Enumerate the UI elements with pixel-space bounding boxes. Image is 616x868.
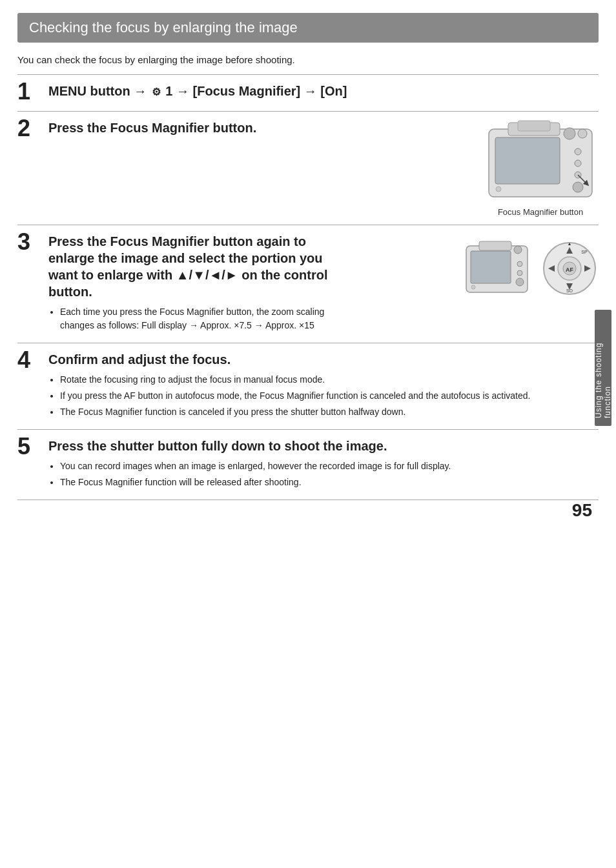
step-2: 2 Press the Focus Magnifier button. xyxy=(17,119,599,217)
step-4: 4 Confirm and adjust the focus. Rotate t… xyxy=(17,351,599,421)
step-3-content: Press the Focus Magnifier button again t… xyxy=(48,233,599,335)
divider-5 xyxy=(17,500,599,500)
step-5: 5 Press the shutter button fully down to… xyxy=(17,438,599,492)
step-1-title: MENU button → ⚙ 1 → [Focus Magnifier] → … xyxy=(48,83,599,99)
svg-point-16 xyxy=(517,261,522,267)
step-3: 3 Press the Focus Magnifier button again… xyxy=(17,233,599,335)
svg-point-4 xyxy=(564,128,575,139)
svg-point-10 xyxy=(496,187,501,192)
svg-text:▲: ▲ xyxy=(568,241,572,246)
step-2-text: Press the Focus Magnifier button. xyxy=(48,119,469,136)
divider-0 xyxy=(17,74,599,75)
svg-rect-13 xyxy=(479,241,511,250)
svg-point-6 xyxy=(575,148,581,155)
step-4-number: 4 xyxy=(17,348,43,372)
step-4-title: Confirm and adjust the focus. xyxy=(48,351,599,368)
step-1-number: 1 xyxy=(17,80,43,103)
divider-4 xyxy=(17,429,599,430)
step-5-bullet-1: You can record images when an image is e… xyxy=(60,459,599,473)
camera-back-small-svg xyxy=(463,239,534,298)
page-title-box: Checking the focus by enlarging the imag… xyxy=(17,13,599,43)
step-4-bullet-1: Rotate the focusing ring to adjust the f… xyxy=(60,373,599,387)
step-5-title: Press the shutter button fully down to s… xyxy=(48,438,599,454)
svg-point-19 xyxy=(471,285,475,289)
step-4-bullet-3: The Focus Magnifier function is canceled… xyxy=(60,405,599,419)
svg-point-15 xyxy=(514,246,522,254)
page-container: Using the shooting function Checking the… xyxy=(11,0,605,534)
divider-1 xyxy=(17,111,599,112)
svg-rect-3 xyxy=(495,137,560,184)
step-2-row: Press the Focus Magnifier button. xyxy=(48,119,599,217)
step-3-number: 3 xyxy=(17,230,43,254)
step-5-content: Press the shutter button fully down to s… xyxy=(48,438,599,492)
side-tab: Using the shooting function xyxy=(595,310,611,426)
svg-text:SP: SP xyxy=(581,250,588,254)
step-1: 1 MENU button → ⚙ 1 → [Focus Magnifier] … xyxy=(17,83,599,103)
step-3-text: Press the Focus Magnifier button again t… xyxy=(48,233,351,335)
step-3-row: Press the Focus Magnifier button again t… xyxy=(48,233,599,335)
svg-text:AF: AF xyxy=(566,267,573,273)
step-2-title: Press the Focus Magnifier button. xyxy=(48,119,469,136)
divider-2 xyxy=(17,225,599,225)
gear-icon: ⚙ xyxy=(152,86,161,97)
page-number: 95 xyxy=(572,500,592,521)
step-4-bullets: Rotate the focusing ring to adjust the f… xyxy=(48,373,599,419)
side-tab-label: Using the shooting function xyxy=(594,318,612,418)
step-5-number: 5 xyxy=(17,435,43,458)
svg-rect-2 xyxy=(518,121,550,131)
step-3-bullets: Each time you press the Focus Magnifier … xyxy=(48,305,351,332)
svg-point-18 xyxy=(516,278,524,286)
step-4-content: Confirm and adjust the focus. Rotate the… xyxy=(48,351,599,421)
step-2-content: Press the Focus Magnifier button. xyxy=(48,119,599,217)
focus-magnifier-button-label: Focus Magnifier button xyxy=(498,207,583,217)
svg-point-17 xyxy=(517,270,522,276)
svg-point-9 xyxy=(573,182,583,192)
step-2-number: 2 xyxy=(17,117,43,140)
camera-rear-svg xyxy=(482,119,599,203)
intro-text: You can check the focus by enlarging the… xyxy=(17,54,599,65)
step-1-content: MENU button → ⚙ 1 → [Focus Magnifier] → … xyxy=(48,83,599,99)
step-3-bullet-1: Each time you press the Focus Magnifier … xyxy=(60,305,351,332)
step-3-images: ▲ AF SP SO xyxy=(463,239,599,298)
page-title: Checking the focus by enlarging the imag… xyxy=(29,19,587,36)
step-5-bullets: You can record images when an image is e… xyxy=(48,459,599,489)
svg-text:SO: SO xyxy=(566,288,573,293)
step-5-bullet-2: The Focus Magnifier function will be rel… xyxy=(60,476,599,489)
step-2-image: Focus Magnifier button xyxy=(482,119,599,217)
svg-rect-14 xyxy=(471,251,511,283)
step-3-title: Press the Focus Magnifier button again t… xyxy=(48,233,351,300)
step-4-bullet-2: If you press the AF button in autofocus … xyxy=(60,389,599,403)
control-wheel-svg: ▲ AF SP SO xyxy=(540,239,599,298)
divider-3 xyxy=(17,343,599,343)
svg-point-7 xyxy=(575,160,581,167)
svg-point-5 xyxy=(578,129,587,138)
